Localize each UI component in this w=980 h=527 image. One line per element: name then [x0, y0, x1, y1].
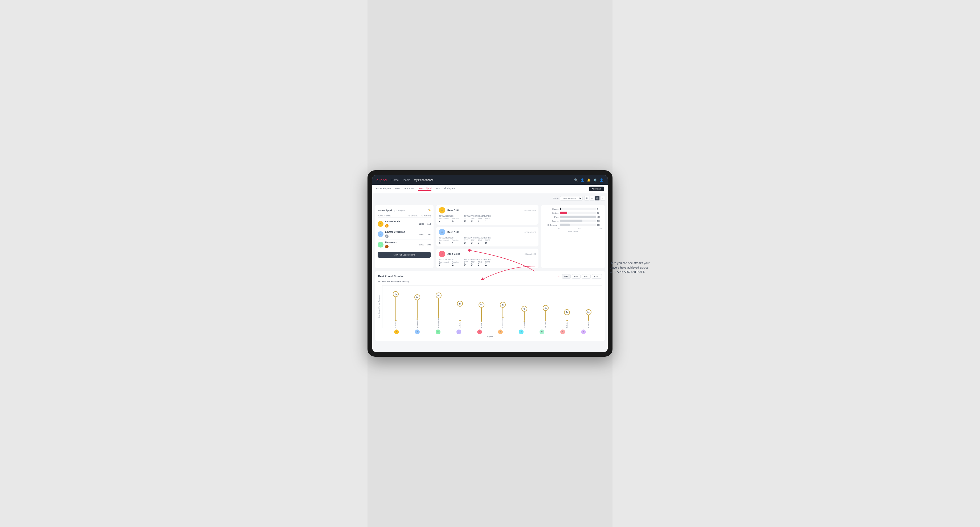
chart-value-eagles: 3: [597, 208, 602, 210]
show-label: Show: [553, 197, 558, 200]
settings-icon[interactable]: ⚙️: [593, 178, 597, 182]
subnav-pgat[interactable]: PGAT Players: [376, 187, 391, 191]
subnav-team-clippd[interactable]: Team Clippd: [418, 187, 431, 191]
putt-btn[interactable]: PUTT: [592, 274, 602, 279]
streak-bubble: 4x: [522, 306, 527, 312]
x-label-0: 0: [558, 227, 560, 229]
edit-icon[interactable]: ✏️: [428, 209, 431, 211]
col-pb-avg: PB AVG SQ: [421, 215, 431, 217]
player-info: Richard Butler 1: [385, 220, 419, 227]
app-value: 0: [471, 219, 474, 222]
player-badge: 3: [385, 245, 388, 248]
list-view-btn[interactable]: ≡: [590, 196, 594, 201]
player-card[interactable]: R Rees Britt 02 Sep 2023 Total Rounds To…: [436, 227, 538, 246]
streak-name: J. Coles: [459, 322, 461, 328]
streak-bubble: 3x: [585, 309, 592, 315]
panel-title: Team Clippd | 14 Players: [378, 208, 405, 213]
avatar-butler: R: [560, 330, 565, 334]
table-view-btn[interactable]: ↕: [600, 196, 605, 201]
avatar-mcherg: B: [415, 330, 420, 334]
practice-value: 6: [452, 219, 458, 222]
nav-home[interactable]: Home: [391, 179, 399, 181]
subnav-pga[interactable]: PGA: [395, 187, 400, 191]
add-team-button[interactable]: Add Team: [589, 187, 604, 191]
nav-my-performance[interactable]: My Performance: [414, 179, 433, 181]
tablet-device: clippd Home Teams My Performance 🔍 👤 🔔 ⚙…: [368, 170, 612, 357]
player-card[interactable]: J Josh Coles 26 Aug 2023 Total Rounds To…: [436, 249, 538, 268]
player-card[interactable]: R Rees Britt 02 Sep 2023 Total Rounds To…: [436, 205, 538, 225]
streak-col-britt: 5x R. Britt: [479, 302, 484, 328]
streak-dot: [502, 316, 504, 318]
chart-panel: Eagles 3 Birdies 96: [541, 205, 605, 268]
search-icon[interactable]: 🔍: [574, 178, 578, 182]
show-select[interactable]: Last 3 months Last 6 months Last year: [560, 196, 583, 201]
app-btn[interactable]: APP: [572, 274, 581, 279]
ott-btn[interactable]: OTT: [562, 274, 571, 279]
practice-stat: Practice 6: [452, 217, 458, 222]
chart-label-eagles: Eagles: [544, 208, 558, 210]
annotation-text: Here you can see streaks your players ha…: [610, 261, 655, 274]
table-header: PLAYER NAME PB SCORE PB AVG SQ: [378, 214, 431, 218]
main-content: Show Last 3 months Last 6 months Last ye…: [372, 193, 608, 352]
chart-bar-container: [560, 208, 596, 210]
chart-row-dbogeys: D. Bogeys + 131: [544, 224, 602, 226]
player-badge: 2: [385, 235, 388, 238]
streak-name: E. Crossman: [502, 318, 504, 328]
streak-bubble: 7x: [393, 291, 399, 297]
profile-icon[interactable]: 👤: [600, 178, 603, 182]
streak-dot: [588, 320, 589, 321]
streak-name: B. Ford: [523, 322, 525, 328]
card-avatar: R: [439, 207, 445, 213]
chart-row-eagles: Eagles 3: [544, 208, 602, 210]
streak-chart-inner: 7x E. Ewert 6x B.: [382, 285, 602, 328]
card-view-btn[interactable]: ▤: [595, 196, 600, 201]
chart-row-pars: Pars 499: [544, 216, 602, 218]
panel-header: Team Clippd | 14 Players ✏️: [378, 208, 431, 213]
player-name: Richard Butler: [385, 220, 419, 223]
tournament-stat: Tournament 7: [439, 217, 449, 222]
streak-line: [481, 308, 482, 321]
nav-actions: 🔍 👤 🔔 ⚙️ 👤: [574, 178, 603, 182]
subnav-all-players[interactable]: All Players: [444, 187, 455, 191]
player-row[interactable]: R Richard Butler 1 19/20 110: [378, 219, 431, 229]
streak-line: [460, 306, 460, 320]
arg-btn[interactable]: ARG: [582, 274, 591, 279]
streak-dot: [566, 320, 568, 321]
app-logo: clippd: [377, 178, 387, 182]
card-header: J Josh Coles 26 Aug 2023: [439, 251, 536, 257]
streak-col-butler: 3x R. Butler: [564, 309, 570, 328]
streak-dot: [545, 320, 546, 321]
player-row[interactable]: E Edward Crossman 2 18/20 107: [378, 229, 431, 240]
player-row[interactable]: C Cameron... 3 17/20 103: [378, 240, 431, 250]
nav-teams[interactable]: Teams: [402, 179, 410, 181]
ott-stat: OTT 0: [464, 217, 468, 222]
x-label-400: 400: [600, 227, 602, 229]
streak-bubble: 4x: [543, 305, 549, 311]
player-info: Edward Crossman 2: [385, 230, 419, 238]
col-pb-score: PB SCORE: [408, 215, 418, 217]
grid-view-btn[interactable]: ⊞: [584, 196, 589, 201]
player-count: | 14 Players: [394, 210, 405, 212]
player-avg: 107: [428, 233, 431, 236]
app-stat: APP 0: [471, 217, 474, 222]
rounds-group: Total Rounds Tournament 7 Practice: [439, 215, 458, 222]
card-header: R Rees Britt 02 Sep 2023: [439, 229, 536, 235]
streak-dot: [417, 318, 418, 320]
person-icon[interactable]: 👤: [581, 178, 584, 182]
chart-row-birdies: Birdies 96: [544, 211, 602, 214]
streak-line: [396, 297, 396, 320]
card-header: R Rees Britt 02 Sep 2023: [439, 207, 536, 213]
subnav-hcaps[interactable]: Hcaps 1-5: [403, 187, 414, 191]
streak-col-ford: 4x B. Ford: [522, 306, 527, 328]
subnav-tour[interactable]: Tour: [435, 187, 440, 191]
leaderboard-panel: Team Clippd | 14 Players ✏️ PLAYER NAME …: [375, 205, 434, 268]
streak-name: E. Ewert: [395, 322, 396, 328]
ott-value: 0: [464, 219, 468, 222]
streak-name: B. McHerg: [417, 320, 418, 328]
card-avatar: J: [439, 251, 445, 257]
view-leaderboard-button[interactable]: View Full Leaderboard: [378, 252, 431, 258]
streak-name: R. Britt: [481, 323, 482, 328]
streak-name: C. Quick: [588, 322, 589, 328]
streaks-subtitle: Off The Tee, Fairway Accuracy: [378, 280, 602, 283]
bell-icon[interactable]: 🔔: [587, 178, 591, 182]
